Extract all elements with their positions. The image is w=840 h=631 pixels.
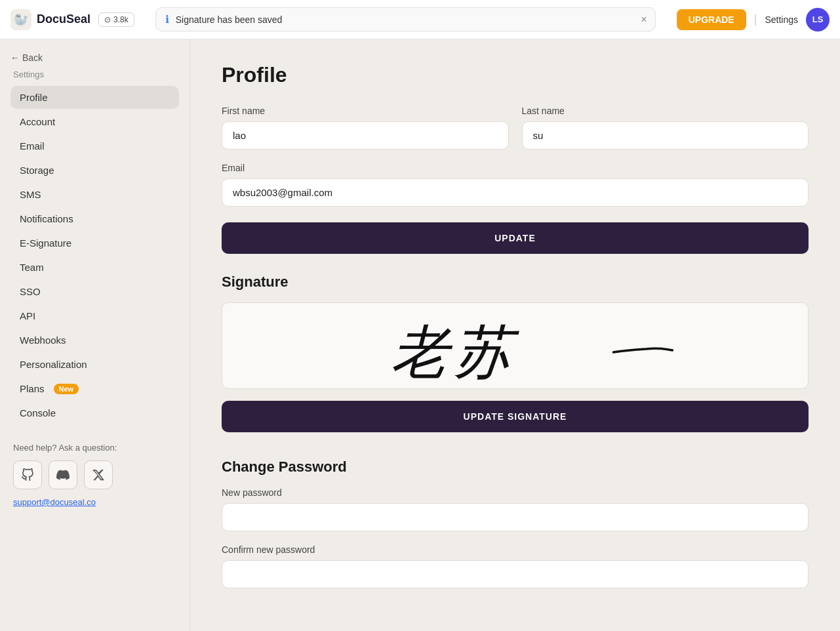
confirm-password-input[interactable] bbox=[222, 560, 809, 588]
sidebar-item-sms[interactable]: SMS bbox=[10, 183, 179, 206]
sidebar-item-label: Console bbox=[20, 407, 56, 418]
content-area: Profile First name Last name Email UPDAT… bbox=[190, 39, 840, 631]
svg-text:老苏: 老苏 bbox=[391, 321, 519, 384]
sidebar-item-label: Personalization bbox=[20, 359, 87, 370]
github-badge[interactable]: ⊙ 3.8k bbox=[98, 12, 134, 27]
confirm-password-group: Confirm new password bbox=[222, 544, 809, 588]
sidebar-item-esignature[interactable]: E-Signature bbox=[10, 232, 179, 254]
update-button[interactable]: UPDATE bbox=[222, 222, 809, 254]
last-name-label: Last name bbox=[522, 106, 809, 116]
new-password-group: New password bbox=[222, 487, 809, 531]
sidebar-item-console[interactable]: Console bbox=[10, 401, 179, 424]
twitter-help-button[interactable] bbox=[84, 460, 113, 489]
sidebar-item-label: Plans bbox=[20, 383, 45, 394]
close-notification-button[interactable]: × bbox=[641, 14, 647, 25]
sidebar-item-label: Team bbox=[20, 262, 44, 273]
first-name-group: First name bbox=[222, 106, 509, 150]
sidebar-item-label: Storage bbox=[20, 165, 54, 176]
github-count: 3.8k bbox=[113, 15, 129, 24]
email-group: Email bbox=[222, 163, 809, 207]
signature-svg: 老苏 bbox=[222, 303, 808, 388]
sidebar-item-label: Notifications bbox=[20, 213, 73, 224]
main-layout: ← Back Settings Profile Account Email St… bbox=[0, 39, 840, 631]
sidebar-item-email[interactable]: Email bbox=[10, 134, 179, 157]
sidebar-item-label: E-Signature bbox=[20, 237, 71, 249]
logo-icon: 🦭 bbox=[10, 9, 31, 30]
update-signature-button[interactable]: UPDATE SIGNATURE bbox=[222, 401, 809, 432]
last-name-input[interactable] bbox=[522, 121, 809, 150]
change-password-section: Change Password New password Confirm new… bbox=[222, 458, 809, 588]
info-icon: ℹ bbox=[165, 13, 169, 26]
sidebar-item-label: Email bbox=[20, 140, 45, 152]
sidebar-item-webhooks[interactable]: Webhooks bbox=[10, 329, 179, 352]
notification-text: Signature has been saved bbox=[176, 14, 283, 25]
sidebar-item-notifications[interactable]: Notifications bbox=[10, 207, 179, 230]
sidebar-item-sso[interactable]: SSO bbox=[10, 280, 179, 303]
notification-banner: ℹ Signature has been saved × bbox=[155, 7, 656, 31]
logo-text: DocuSeal bbox=[37, 12, 90, 26]
change-password-title: Change Password bbox=[222, 458, 809, 476]
github-help-button[interactable] bbox=[13, 460, 42, 489]
github-icon bbox=[21, 468, 34, 481]
help-icons bbox=[13, 460, 176, 489]
plans-new-badge: New bbox=[54, 384, 79, 394]
logo[interactable]: 🦭 DocuSeal bbox=[10, 9, 90, 30]
twitter-icon bbox=[92, 468, 105, 481]
avatar[interactable]: LS bbox=[806, 8, 830, 31]
page-title: Profile bbox=[222, 63, 809, 87]
sidebar-item-label: Webhooks bbox=[20, 335, 66, 346]
first-name-input[interactable] bbox=[222, 121, 509, 150]
github-icon: ⊙ bbox=[104, 15, 111, 24]
sidebar-section-label: Settings bbox=[10, 67, 179, 86]
discord-help-button[interactable] bbox=[49, 460, 77, 489]
sidebar-item-team[interactable]: Team bbox=[10, 256, 179, 279]
topbar: 🦭 DocuSeal ⊙ 3.8k ℹ Signature has been s… bbox=[0, 0, 840, 39]
divider: | bbox=[754, 12, 757, 26]
last-name-group: Last name bbox=[522, 106, 809, 150]
new-password-label: New password bbox=[222, 487, 809, 498]
signature-display: 老苏 bbox=[222, 302, 809, 389]
sidebar-item-api[interactable]: API bbox=[10, 304, 179, 327]
sidebar-item-plans[interactable]: Plans New bbox=[10, 377, 179, 400]
sidebar-item-personalization[interactable]: Personalization bbox=[10, 353, 179, 376]
settings-link[interactable]: Settings bbox=[765, 14, 798, 25]
confirm-password-label: Confirm new password bbox=[222, 544, 809, 555]
sidebar-item-label: Profile bbox=[20, 92, 48, 103]
email-input[interactable] bbox=[222, 178, 809, 207]
upgrade-button[interactable]: UPGRADE bbox=[677, 9, 746, 30]
sidebar-item-label: Account bbox=[20, 116, 55, 127]
signature-section-title: Signature bbox=[222, 274, 809, 291]
support-email-link[interactable]: support@docuseal.co bbox=[13, 497, 176, 507]
sidebar-item-profile[interactable]: Profile bbox=[10, 86, 179, 109]
sidebar-help: Need help? Ask a question: support@docus… bbox=[10, 443, 179, 507]
first-name-label: First name bbox=[222, 106, 509, 116]
new-password-input[interactable] bbox=[222, 503, 809, 531]
topbar-right: UPGRADE | Settings LS bbox=[677, 8, 830, 31]
name-row: First name Last name bbox=[222, 106, 809, 150]
sidebar: ← Back Settings Profile Account Email St… bbox=[0, 39, 190, 631]
sidebar-item-label: SMS bbox=[20, 189, 41, 200]
sidebar-item-storage[interactable]: Storage bbox=[10, 159, 179, 182]
sidebar-item-label: SSO bbox=[20, 286, 41, 297]
sidebar-item-account[interactable]: Account bbox=[10, 110, 179, 133]
help-label: Need help? Ask a question: bbox=[13, 443, 176, 453]
sidebar-item-label: API bbox=[20, 310, 35, 321]
discord-icon bbox=[56, 468, 70, 481]
email-label: Email bbox=[222, 163, 809, 173]
back-button[interactable]: ← Back bbox=[10, 52, 179, 63]
